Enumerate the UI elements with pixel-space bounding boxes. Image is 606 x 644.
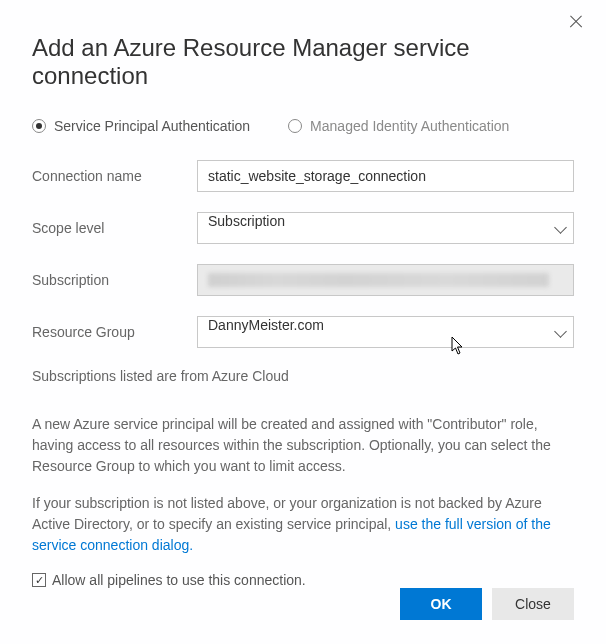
dialog-title: Add an Azure Resource Manager service co… [32, 34, 574, 90]
close-icon[interactable] [568, 14, 584, 30]
resource-group-label: Resource Group [32, 324, 197, 340]
scope-level-label: Scope level [32, 220, 197, 236]
radio-managed-identity[interactable]: Managed Identity Authentication [288, 118, 509, 134]
connection-name-input[interactable] [197, 160, 574, 192]
close-button[interactable]: Close [492, 588, 574, 620]
subscription-label: Subscription [32, 272, 197, 288]
radio-dot-icon [288, 119, 302, 133]
auth-method-group: Service Principal Authentication Managed… [32, 118, 574, 134]
description-text-2: If your subscription is not listed above… [32, 493, 574, 556]
description-text-1: A new Azure service principal will be cr… [32, 414, 574, 477]
ok-button[interactable]: OK [400, 588, 482, 620]
allow-pipelines-checkbox[interactable]: ✓ [32, 573, 46, 587]
dialog-footer: OK Close [400, 588, 574, 620]
resource-group-select[interactable]: DannyMeister.com [197, 316, 574, 348]
connection-name-label: Connection name [32, 168, 197, 184]
redacted-value [208, 273, 549, 287]
radio-service-principal[interactable]: Service Principal Authentication [32, 118, 250, 134]
radio-label: Managed Identity Authentication [310, 118, 509, 134]
radio-dot-icon [32, 119, 46, 133]
resource-group-value: DannyMeister.com [208, 317, 324, 333]
subscription-select[interactable] [197, 264, 574, 296]
subscriptions-note: Subscriptions listed are from Azure Clou… [32, 368, 574, 384]
allow-pipelines-label: Allow all pipelines to use this connecti… [52, 572, 306, 588]
radio-label: Service Principal Authentication [54, 118, 250, 134]
scope-level-value: Subscription [208, 213, 285, 229]
scope-level-select[interactable]: Subscription [197, 212, 574, 244]
